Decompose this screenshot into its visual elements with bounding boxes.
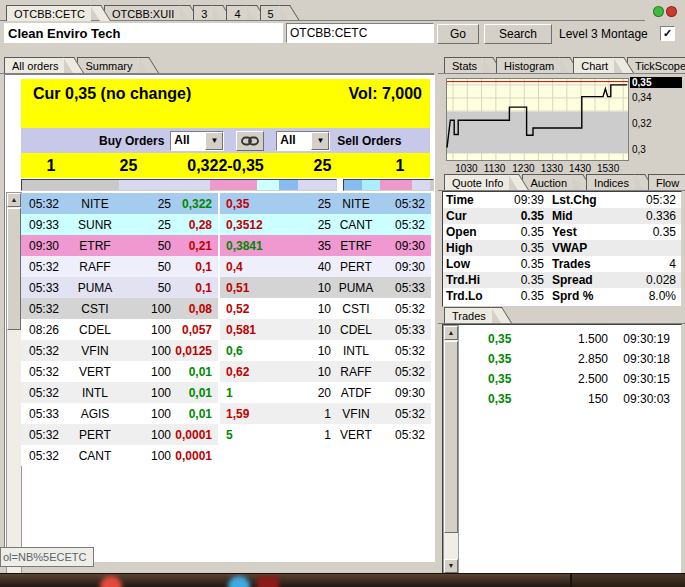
quote-row: Trd.Hi0.35Spread0.028 bbox=[443, 272, 681, 288]
bid-row[interactable]: 05:32RAFF500,1 bbox=[21, 256, 218, 277]
bid-row[interactable]: 05:32NITE250,322 bbox=[21, 193, 218, 214]
price-chart: 0,350,340,320,3103011301230133014301530 bbox=[444, 76, 682, 172]
trades-scroll-down-button[interactable]: ▼ bbox=[444, 559, 458, 573]
bid-row[interactable]: 05:32PERT1000,0001 bbox=[21, 424, 218, 445]
bid-mm: PERT bbox=[69, 428, 121, 442]
ask-row[interactable]: 0,384135ETRF09:30 bbox=[220, 235, 431, 256]
ask-row[interactable]: 0,351225CANT05:32 bbox=[220, 214, 431, 235]
ask-row[interactable]: 0,6210RAFF05:32 bbox=[220, 361, 431, 382]
sell-filter-select[interactable]: All ▼ bbox=[276, 131, 330, 151]
trades-scrollbar-thumb[interactable] bbox=[444, 341, 458, 533]
bid-size: 100 bbox=[121, 323, 171, 337]
ask-row[interactable]: 0,5110PUMA05:33 bbox=[220, 277, 431, 298]
trade-time: 09:30:03 bbox=[608, 392, 678, 406]
bid-mm: RAFF bbox=[69, 260, 121, 274]
bid-time: 05:32 bbox=[21, 449, 69, 463]
top-tab-3[interactable]: 3 bbox=[193, 5, 213, 21]
ask-row[interactable]: 120ATDF09:30 bbox=[220, 382, 431, 403]
bid-row[interactable]: 09:33SUNR250,28 bbox=[21, 214, 218, 235]
analysis-tab-label-chart: Chart bbox=[581, 60, 608, 72]
opera-icon[interactable] bbox=[100, 576, 122, 587]
inside-spread: 0,322-0,35 bbox=[176, 157, 275, 175]
quote-tab-flow[interactable]: Flow bbox=[648, 174, 685, 190]
quote-tab-quote-info[interactable]: Quote Info bbox=[444, 174, 509, 190]
trades-scroll-up-button[interactable]: ▲ bbox=[444, 326, 458, 340]
bid-book: 05:32NITE250,32209:33SUNR250,2809:30ETRF… bbox=[21, 193, 218, 466]
bid-price: 0,1 bbox=[171, 281, 218, 295]
link-filters-button[interactable] bbox=[236, 131, 264, 151]
bid-depth-segment-2 bbox=[210, 180, 257, 190]
analysis-tab-tickscope[interactable]: TickScope bbox=[627, 57, 685, 73]
book-scroll-up-button[interactable]: ▲ bbox=[7, 193, 21, 207]
ask-row[interactable]: 0,58110CDEL05:33 bbox=[220, 319, 431, 340]
top-tab-otcbb-cetc[interactable]: OTCBB:CETC bbox=[6, 5, 91, 21]
quote-row: Cur0.35Mid0.336 bbox=[443, 208, 681, 224]
ask-row[interactable]: 1,591VFIN05:32 bbox=[220, 403, 431, 424]
bid-row[interactable]: 09:30ETRF500,21 bbox=[21, 235, 218, 256]
ask-mm: CANT bbox=[331, 218, 381, 232]
quote-tab-auction[interactable]: Auction bbox=[522, 174, 573, 190]
analysis-tab-bar: StatsHistogramChartTickScope bbox=[444, 57, 685, 73]
ask-count: 1 bbox=[370, 157, 430, 175]
bid-row[interactable]: 05:33PUMA500,1 bbox=[21, 277, 218, 298]
bid-row[interactable]: 05:32VFIN1000,0125 bbox=[21, 340, 218, 361]
top-tab-label-otcbb-xuii: OTCBB:XUII bbox=[112, 8, 174, 20]
skype-icon[interactable] bbox=[228, 576, 250, 587]
book-scrollbar-thumb[interactable] bbox=[7, 208, 21, 330]
ask-row[interactable]: 0,610INTL05:32 bbox=[220, 340, 431, 361]
buy-filter-select[interactable]: All ▼ bbox=[170, 131, 224, 151]
bid-row[interactable]: 05:32VERT1000,01 bbox=[21, 361, 218, 382]
search-button[interactable]: Search bbox=[484, 24, 552, 44]
analysis-tab-stats[interactable]: Stats bbox=[444, 57, 483, 73]
quote-tab-indices[interactable]: Indices bbox=[586, 174, 635, 190]
ask-price: 0,6 bbox=[220, 344, 288, 358]
quote-tab-bar: Quote InfoAuctionIndicesFlow bbox=[444, 174, 685, 190]
ask-time: 05:32 bbox=[381, 197, 431, 211]
buy-filter-dropdown-arrow[interactable]: ▼ bbox=[205, 132, 223, 150]
media-player-icon[interactable] bbox=[257, 576, 279, 587]
orders-view-tab-bar: All ordersSummary bbox=[4, 57, 152, 73]
quote-label-left: High bbox=[443, 241, 494, 255]
quote-value-left: 0.35 bbox=[494, 273, 544, 287]
top-tab-5[interactable]: 5 bbox=[260, 5, 280, 21]
bid-row[interactable]: 08:26CDEL1000,057 bbox=[21, 319, 218, 340]
symbol-input[interactable] bbox=[286, 23, 434, 43]
go-button[interactable]: Go bbox=[437, 24, 479, 44]
bid-mm: AGIS bbox=[69, 407, 121, 421]
quote-label-right: Yest bbox=[544, 225, 610, 239]
book-scrollbar[interactable]: ▲ ▼ bbox=[6, 192, 22, 587]
top-tab-otcbb-xuii[interactable]: OTCBB:XUII bbox=[104, 5, 180, 21]
bid-price: 0,0125 bbox=[171, 344, 218, 358]
orders-tab-summary[interactable]: Summary bbox=[77, 57, 138, 73]
ask-row[interactable]: 51VERT05:32 bbox=[220, 424, 431, 445]
tab-trades[interactable]: Trades bbox=[444, 307, 492, 323]
quote-row: Open0.35Yest0.35 bbox=[443, 224, 681, 240]
ask-row[interactable]: 0,5210CSTI05:32 bbox=[220, 298, 431, 319]
top-tab-4[interactable]: 4 bbox=[226, 5, 246, 21]
bid-price: 0,0001 bbox=[171, 428, 218, 442]
bid-price: 0,1 bbox=[171, 260, 218, 274]
bid-time: 05:32 bbox=[21, 260, 69, 274]
ask-row[interactable]: 0,440PERT09:30 bbox=[220, 256, 431, 277]
bid-row[interactable]: 05:33AGIS1000,01 bbox=[21, 403, 218, 424]
orders-tab-all-orders[interactable]: All orders bbox=[4, 57, 64, 73]
trades-scrollbar[interactable]: ▲ ▼ bbox=[443, 325, 459, 574]
sell-filter-dropdown-arrow[interactable]: ▼ bbox=[311, 132, 329, 150]
bid-price: 0,0001 bbox=[171, 449, 218, 463]
analysis-tab-chart[interactable]: Chart bbox=[573, 57, 614, 73]
bid-time: 05:32 bbox=[21, 197, 69, 211]
ask-price: 0,51 bbox=[220, 281, 288, 295]
bid-row[interactable]: 05:32INTL1000,01 bbox=[21, 382, 218, 403]
ask-row[interactable]: 0,3525NITE05:32 bbox=[220, 193, 431, 214]
bid-price: 0,322 bbox=[171, 197, 218, 211]
ask-mm: RAFF bbox=[331, 365, 381, 379]
bid-size: 50 bbox=[121, 281, 171, 295]
analysis-tab-histogram[interactable]: Histogram bbox=[496, 57, 560, 73]
trade-price: 0,35 bbox=[458, 352, 540, 366]
bid-row[interactable]: 05:32CSTI1000,08 bbox=[21, 298, 218, 319]
level3-montage-checkbox[interactable]: ✓ bbox=[660, 26, 675, 41]
bid-row[interactable]: 05:32CANT1000,0001 bbox=[21, 445, 218, 466]
bid-price: 0,057 bbox=[171, 323, 218, 337]
ask-depth-segment-4 bbox=[430, 180, 433, 190]
quote-tab-label-quote-info: Quote Info bbox=[452, 177, 503, 189]
